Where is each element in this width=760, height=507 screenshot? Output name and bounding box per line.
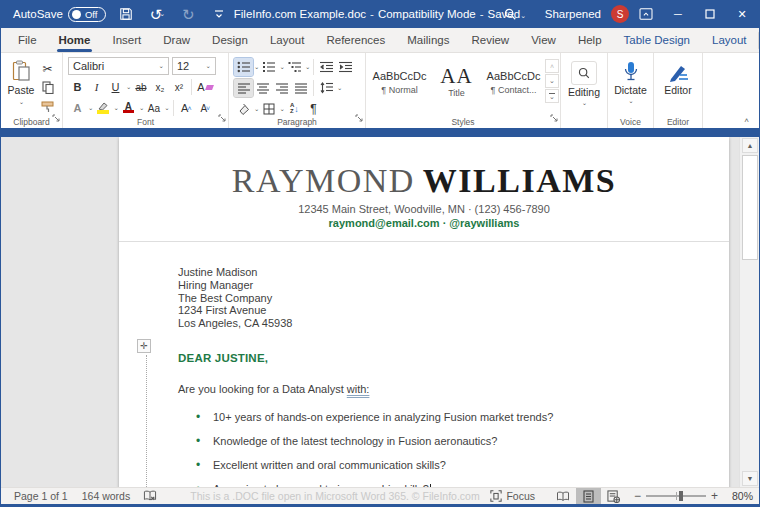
zoom-out-button[interactable]: − xyxy=(634,490,641,502)
style-title[interactable]: AA Title xyxy=(428,59,485,106)
show-hide-pilcrow-button[interactable]: ¶ xyxy=(304,100,323,118)
decrease-indent-button[interactable] xyxy=(317,58,336,76)
tab-layout[interactable]: Layout xyxy=(259,28,316,52)
word-count[interactable]: 164 words xyxy=(75,490,137,502)
justify-button[interactable] xyxy=(291,79,310,97)
focus-button[interactable]: Focus xyxy=(484,490,541,502)
line-spacing-button[interactable] xyxy=(317,79,336,97)
vertical-scrollbar[interactable]: ▲ ▼ xyxy=(739,137,759,487)
maximize-button[interactable] xyxy=(695,0,725,28)
letter-body[interactable]: Justine Madison Hiring Manager The Best … xyxy=(119,242,729,487)
change-case-button[interactable]: Aa xyxy=(144,99,163,117)
autosave-toggle[interactable]: AutoSave Off xyxy=(13,7,106,22)
zoom-level[interactable]: 80% xyxy=(723,490,753,502)
editing-button[interactable]: Editing ⌄ xyxy=(566,57,602,115)
tab-insert[interactable]: Insert xyxy=(101,28,152,52)
scroll-down-icon[interactable]: ▼ xyxy=(742,471,758,486)
ribbon-display-options-icon[interactable] xyxy=(631,0,661,28)
quick-access-overflow-icon[interactable] xyxy=(208,4,230,24)
ribbon: Paste ⌄ ✂ Clipboard xyxy=(1,53,759,128)
font-size-select[interactable]: 12 ⌄ xyxy=(172,57,216,75)
redo-icon: ↻ xyxy=(177,4,199,24)
close-button[interactable]: ✕ xyxy=(727,0,757,28)
text-effects-button[interactable]: A xyxy=(68,99,87,117)
align-center-button[interactable] xyxy=(253,79,272,97)
strikethrough-button[interactable]: ab xyxy=(131,78,150,96)
account-name[interactable]: Sharpened xyxy=(545,8,601,20)
font-group: Calibri ⌄ 12 ⌄ B I U ⌄ ab x₂ x² A xyxy=(63,53,229,128)
editor-button[interactable]: Editor xyxy=(659,57,697,115)
cut-icon[interactable]: ✂ xyxy=(38,60,57,77)
shading-button[interactable] xyxy=(234,100,253,118)
styles-more-icon[interactable]: ⌄ xyxy=(545,89,559,103)
copy-icon[interactable] xyxy=(38,79,57,96)
styles-scroll-up-icon[interactable]: ˄ xyxy=(545,59,559,73)
undo-icon[interactable]: ↺ ⌄ xyxy=(146,4,168,24)
zoom-slider-thumb[interactable] xyxy=(679,491,683,501)
font-color-button[interactable]: A xyxy=(119,99,138,117)
salutation: DEAR JUSTINE, xyxy=(178,352,729,364)
increase-indent-button[interactable] xyxy=(336,58,355,76)
save-icon[interactable] xyxy=(115,4,137,24)
align-right-button[interactable] xyxy=(272,79,291,97)
minimize-button[interactable]: ─ xyxy=(663,0,693,28)
tab-file[interactable]: File xyxy=(7,28,48,52)
tab-help[interactable]: Help xyxy=(567,28,613,52)
tab-table-design[interactable]: Table Design xyxy=(613,28,701,52)
multilevel-list-button[interactable] xyxy=(285,58,304,76)
subscript-button[interactable]: x₂ xyxy=(150,78,169,96)
style-normal[interactable]: AaBbCcDc ¶ Normal xyxy=(371,59,428,106)
italic-button[interactable]: I xyxy=(87,78,106,96)
style-contact[interactable]: AaBbCcDc ¶ Contact... xyxy=(485,59,542,106)
zoom-in-button[interactable]: + xyxy=(711,490,718,502)
bold-button[interactable]: B xyxy=(68,78,87,96)
recipient-line: 1234 First Avenue xyxy=(178,304,729,317)
recipient-line: Justine Madison xyxy=(178,266,729,279)
align-left-button[interactable] xyxy=(234,79,253,97)
styles-dialog-launcher-icon[interactable] xyxy=(550,108,558,126)
tab-design[interactable]: Design xyxy=(201,28,259,52)
shrink-font-button[interactable]: A˅ xyxy=(196,99,215,117)
tab-draw[interactable]: Draw xyxy=(152,28,201,52)
scrollbar-thumb[interactable] xyxy=(742,155,758,260)
clipboard-dialog-launcher-icon[interactable] xyxy=(52,108,60,126)
borders-button[interactable] xyxy=(259,100,278,118)
tab-table-layout[interactable]: Layout xyxy=(701,28,758,52)
clear-formatting-button[interactable]: A xyxy=(195,78,214,96)
document-page[interactable]: RAYMONDWILLIAMS 12345 Main Street, Woodv… xyxy=(119,137,729,487)
font-dialog-launcher-icon[interactable] xyxy=(218,108,226,126)
read-mode-button[interactable] xyxy=(551,488,576,504)
underline-button[interactable]: U xyxy=(106,78,125,96)
grow-font-button[interactable]: A˄ xyxy=(177,99,196,117)
proofing-errors-icon[interactable] xyxy=(137,490,163,502)
tab-review[interactable]: Review xyxy=(460,28,520,52)
font-name-select[interactable]: Calibri ⌄ xyxy=(68,57,169,75)
tab-home[interactable]: Home xyxy=(48,28,102,52)
numbering-button[interactable] xyxy=(259,58,278,76)
superscript-button[interactable]: x² xyxy=(169,78,188,96)
recipient-block: Justine Madison Hiring Manager The Best … xyxy=(178,266,729,330)
styles-scroll-down-icon[interactable]: ⌄ xyxy=(545,74,559,88)
scroll-up-icon[interactable]: ▲ xyxy=(742,138,758,153)
ribbon-tabs: File Home Insert Draw Design Layout Refe… xyxy=(1,28,759,53)
avatar[interactable]: S xyxy=(611,5,629,23)
tab-view[interactable]: View xyxy=(520,28,567,52)
undo-chevron-icon[interactable]: ⌄ xyxy=(159,10,165,18)
search-icon[interactable] xyxy=(499,4,521,24)
page-indicator[interactable]: Page 1 of 1 xyxy=(7,490,75,502)
collapse-ribbon-icon[interactable]: ˄ xyxy=(744,116,749,125)
bullets-button[interactable] xyxy=(234,58,253,76)
highlight-color-button[interactable] xyxy=(93,99,112,117)
web-layout-button[interactable] xyxy=(601,488,626,504)
paragraph-dialog-launcher-icon[interactable] xyxy=(355,108,363,126)
resume-header: RAYMONDWILLIAMS 12345 Main Street, Woodv… xyxy=(119,137,729,242)
zoom-slider[interactable] xyxy=(646,495,706,497)
print-layout-button[interactable] xyxy=(576,488,601,504)
tab-references[interactable]: References xyxy=(315,28,396,52)
paste-button[interactable]: Paste ⌄ xyxy=(6,57,36,115)
recipient-line: Los Angeles, CA 45938 xyxy=(178,317,729,330)
sort-button[interactable]: A Z ↓ xyxy=(285,100,304,118)
table-move-handle[interactable]: ✛ xyxy=(137,339,151,353)
dictate-button[interactable]: Dictate ⌄ xyxy=(613,57,648,115)
tab-mailings[interactable]: Mailings xyxy=(396,28,460,52)
